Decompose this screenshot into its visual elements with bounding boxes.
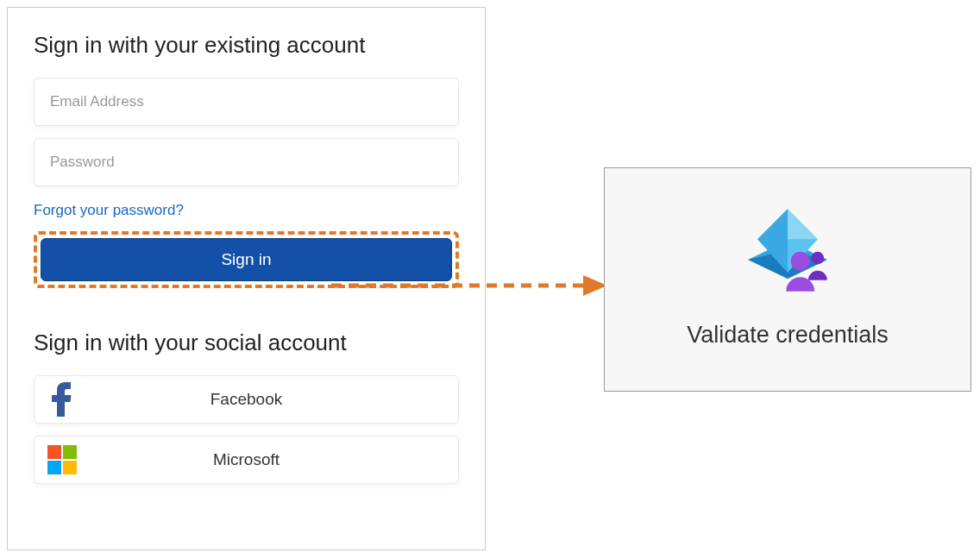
- microsoft-signin-button[interactable]: Microsoft: [34, 436, 459, 484]
- svg-point-12: [812, 251, 825, 264]
- validate-credentials-panel: Validate credentials: [604, 167, 971, 392]
- signin-heading: Sign in with your existing account: [34, 32, 459, 59]
- validate-credentials-icon: [740, 211, 835, 301]
- social-section: Sign in with your social account Faceboo…: [34, 330, 459, 484]
- svg-rect-1: [63, 445, 77, 459]
- facebook-icon: [35, 382, 90, 417]
- svg-rect-2: [47, 461, 61, 474]
- svg-rect-0: [47, 445, 61, 459]
- password-field[interactable]: [34, 138, 459, 186]
- validate-credentials-label: Validate credentials: [687, 322, 889, 349]
- facebook-signin-button[interactable]: Facebook: [34, 375, 459, 424]
- microsoft-icon: [35, 445, 90, 474]
- social-heading: Sign in with your social account: [34, 330, 459, 356]
- svg-marker-10: [788, 209, 818, 239]
- microsoft-label: Microsoft: [90, 450, 458, 469]
- facebook-label: Facebook: [90, 390, 458, 409]
- arrow-icon: [331, 273, 607, 298]
- forgot-password-link[interactable]: Forgot your password?: [34, 202, 184, 219]
- svg-point-11: [791, 251, 810, 270]
- svg-rect-3: [63, 461, 77, 474]
- email-field[interactable]: [34, 78, 459, 126]
